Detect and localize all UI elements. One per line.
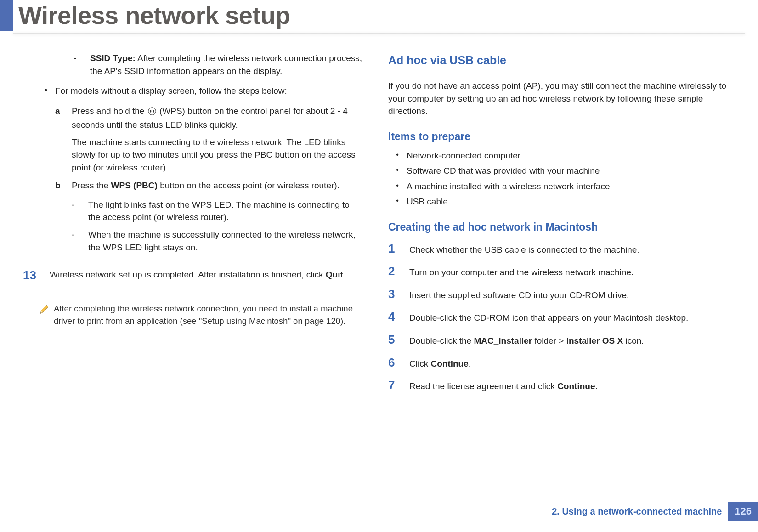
bullet-marker: • [37, 85, 55, 97]
page-title: Wireless network setup [18, 1, 290, 29]
step-5-post: icon. [623, 336, 644, 345]
bullet-marker: • [388, 149, 407, 162]
content-columns: - SSID Type: After completing the wirele… [0, 44, 758, 402]
ssid-type-label: SSID Type: [90, 53, 136, 63]
step-1: 1 Check whether the USB cable is connect… [388, 243, 733, 256]
header-rule [13, 33, 745, 34]
items-to-prepare-list: •Network-connected computer •Software CD… [388, 149, 733, 208]
dash-marker: - [72, 198, 88, 224]
step-7-post: . [595, 381, 597, 391]
step-6-pre: Click [409, 359, 430, 368]
bullet-marker: • [388, 195, 407, 208]
footer-page-number: 126 [728, 502, 758, 521]
dash-marker: - [74, 52, 90, 77]
left-column: - SSID Type: After completing the wirele… [18, 52, 363, 402]
header-accent-bar [0, 0, 13, 31]
section-title-text: Ad hoc via USB cable [388, 54, 733, 67]
substep-b-pre: Press the [72, 181, 111, 190]
step-7-bold: Continue [557, 381, 595, 391]
step-3: 3 Insert the supplied software CD into y… [388, 288, 733, 302]
step-13-pre: Wireless network set up is completed. Af… [50, 270, 326, 279]
step-2-number: 2 [388, 265, 409, 277]
substep-b-bold: WPS (PBC) [111, 181, 158, 190]
section-heading-adhoc: Ad hoc via USB cable [388, 54, 733, 70]
step-1-number: 1 [388, 243, 409, 255]
substep-b-label: b [55, 179, 72, 258]
adhoc-intro: If you do not have an access point (AP),… [388, 79, 733, 118]
substep-a-label: a [55, 105, 72, 174]
step-5-mid: folder > [532, 336, 566, 345]
substep-b-post: button on the access point (or wireless … [158, 181, 339, 190]
prepare-item-2: Software CD that was provided with your … [407, 164, 733, 177]
no-display-text: For models without a display screen, fol… [55, 85, 363, 97]
step-7: 7 Read the license agreement and click C… [388, 379, 733, 393]
prepare-item-4: USB cable [407, 195, 733, 208]
step-5-number: 5 [388, 334, 409, 345]
step-2-text: Turn on your computer and the wireless n… [409, 265, 733, 279]
bullet-marker: • [388, 180, 407, 193]
step-3-number: 3 [388, 288, 409, 300]
b-sub2-text: When the machine is successfully connect… [88, 228, 363, 254]
step-13-post: . [343, 270, 345, 279]
step-2: 2 Turn on your computer and the wireless… [388, 265, 733, 279]
creating-adhoc-heading: Creating the ad hoc network in Macintosh [388, 221, 733, 233]
step-5-bold2: Installer OS X [566, 336, 623, 345]
step-7-number: 7 [388, 379, 409, 391]
substep-a: a Press and hold the (WPS) button on the… [51, 105, 363, 174]
step-3-text: Insert the supplied software CD into you… [409, 288, 733, 302]
step-4-text: Double-click the CD-ROM icon that appear… [409, 311, 733, 324]
note-pencil-icon [38, 303, 54, 316]
svg-point-0 [148, 107, 156, 114]
step-5-bold1: MAC_Installer [474, 336, 532, 345]
step-6-bold: Continue [430, 359, 468, 368]
step-5-pre: Double-click the [409, 336, 474, 345]
ssid-type-item: - SSID Type: After completing the wirele… [51, 52, 363, 77]
step-13-bold: Quit [326, 270, 343, 279]
page-footer: 2. Using a network-connected machine 126 [552, 502, 758, 521]
page-header: Wireless network setup [0, 0, 758, 44]
step-4: 4 Double-click the CD-ROM icon that appe… [388, 311, 733, 324]
substep-b: b Press the WPS (PBC) button on the acce… [51, 179, 363, 258]
note-text: After completing the wireless network co… [54, 303, 357, 328]
b-sub1-text: The light blinks fast on the WPS LED. Th… [88, 198, 363, 224]
step-6-number: 6 [388, 357, 409, 368]
step-13: 13 Wireless network set up is completed.… [23, 268, 363, 281]
prepare-item-3: A machine installed with a wireless netw… [407, 180, 733, 193]
wps-icon [148, 106, 156, 119]
bullet-marker: • [388, 164, 407, 177]
right-column: Ad hoc via USB cable If you do not have … [388, 52, 733, 402]
step-4-number: 4 [388, 311, 409, 323]
step-1-text: Check whether the USB cable is connected… [409, 243, 733, 256]
step-6: 6 Click Continue. [388, 357, 733, 370]
items-to-prepare-heading: Items to prepare [388, 130, 733, 143]
step-5: 5 Double-click the MAC_Installer folder … [388, 334, 733, 347]
step-7-pre: Read the license agreement and click [409, 381, 557, 391]
no-display-bullet: • For models without a display screen, f… [37, 85, 363, 97]
prepare-item-1: Network-connected computer [407, 149, 733, 162]
substep-a-pre: Press and hold the [72, 106, 147, 116]
step-6-post: . [469, 359, 471, 368]
step-13-number: 13 [23, 268, 50, 281]
note-box: After completing the wireless network co… [34, 295, 363, 336]
footer-chapter: 2. Using a network-connected machine [552, 506, 722, 517]
dash-marker: - [72, 228, 88, 254]
substep-a-line2: The machine starts connecting to the wir… [72, 136, 363, 174]
